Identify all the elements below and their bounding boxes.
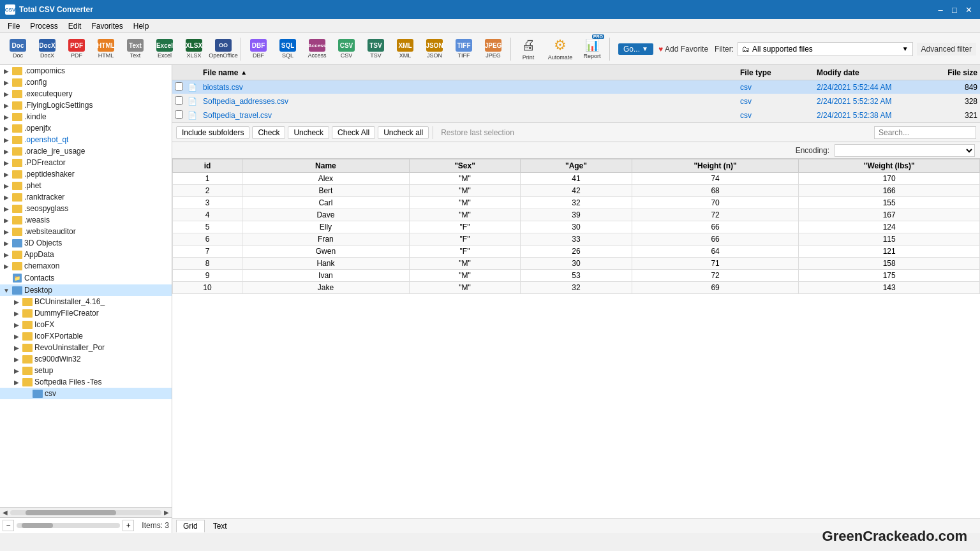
file-name[interactable]: Softpedia_addresses.csv: [200, 97, 738, 106]
tree-node-config[interactable]: ▶ .config: [0, 77, 172, 88]
tool-excel-button[interactable]: Excel Excel: [151, 35, 179, 63]
tree-node-desktop[interactable]: ▼ Desktop: [0, 284, 172, 296]
tool-docx-button[interactable]: DocX DocX: [33, 35, 61, 63]
json-icon: JSON: [426, 39, 443, 52]
zoom-in-button[interactable]: +: [122, 520, 134, 531]
header-filename[interactable]: File name ▲: [200, 68, 738, 77]
tree-node-executequery[interactable]: ▶ .executequery: [0, 88, 172, 99]
menu-favorites[interactable]: Favorites: [86, 20, 128, 32]
search-input[interactable]: [874, 126, 976, 139]
tab-text[interactable]: Text: [206, 520, 234, 533]
close-button[interactable]: ✕: [962, 3, 975, 16]
restore-selection-link[interactable]: Restore last selection: [437, 127, 518, 138]
tree-node-phet[interactable]: ▶ .phet: [0, 180, 172, 191]
tool-xlsx-button[interactable]: XLSX XLSX: [180, 35, 208, 63]
tree-node-csv[interactable]: ▶ csv: [0, 388, 172, 399]
tree-node-websiteauditor[interactable]: ▶ .websiteauditor: [0, 226, 172, 237]
zoom-thumb[interactable]: [22, 523, 53, 528]
file-checkbox[interactable]: [175, 96, 183, 105]
include-subfolders-button[interactable]: Include subfolders: [176, 126, 249, 139]
zoom-out-button[interactable]: −: [3, 520, 14, 531]
tree-node-softpedia[interactable]: ▶ Softpedia Files -Tes: [0, 376, 172, 388]
tool-jpeg-button[interactable]: JPEG JPEG: [479, 35, 507, 63]
tree-node-dummyfilecreator[interactable]: ▶ DummyFileCreator: [0, 307, 172, 319]
tree-node-seospyglass[interactable]: ▶ .seospyglass: [0, 203, 172, 214]
tree-node-compomics[interactable]: ▶ .compomics: [0, 65, 172, 77]
folder-icon: [33, 390, 43, 398]
tree-label: IcoFX: [34, 320, 54, 329]
tree-node-flyinglogic[interactable]: ▶ .FlyingLogicSettings: [0, 99, 172, 111]
tool-doc-button[interactable]: Doc Doc: [4, 35, 32, 63]
tree-node-revouninstaller[interactable]: ▶ RevoUninstaller_Por: [0, 342, 172, 353]
scroll-left-button[interactable]: ◀: [3, 509, 8, 516]
add-favorite-button[interactable]: ♥ Add Favorite: [658, 45, 708, 54]
go-button[interactable]: Go... ▼: [618, 43, 653, 55]
file-name[interactable]: biostats.csv: [200, 83, 738, 92]
report-button[interactable]: PRO 📊 Report: [578, 35, 606, 63]
tool-sql-button[interactable]: SQL SQL: [274, 35, 302, 63]
tree-node-weasis[interactable]: ▶ .weasis: [0, 214, 172, 226]
encoding-select[interactable]: [835, 144, 975, 157]
tree-node-openshot[interactable]: ▶ .openshot_qt: [0, 134, 172, 145]
encoding-label: Encoding:: [796, 146, 829, 155]
tool-xml-button[interactable]: XML XML: [391, 35, 419, 63]
tree-node-setup[interactable]: ▶ setup: [0, 365, 172, 376]
folder-icon: [12, 147, 22, 156]
header-filetype[interactable]: File type: [738, 68, 814, 77]
filter-select[interactable]: 🗂 All supported files ▼: [738, 42, 913, 56]
tree-node-kindle[interactable]: ▶ .kindle: [0, 111, 172, 122]
file-row[interactable]: 📄 Softpedia_addresses.csv csv 2/24/2021 …: [172, 94, 980, 108]
advanced-filter-button[interactable]: Advanced filter: [917, 43, 976, 55]
menu-help[interactable]: Help: [128, 20, 154, 32]
tool-tiff-button[interactable]: TIFF TIFF: [450, 35, 478, 63]
filter-label: Filter:: [715, 45, 734, 54]
file-row[interactable]: 📄 Softpedia_travel.csv csv 2/24/2021 5:5…: [172, 108, 980, 122]
preview-table: id Name "Sex" "Age" "Height (n)" "Weight…: [172, 159, 980, 294]
tree-node-openjfx[interactable]: ▶ .openjfx: [0, 122, 172, 134]
table-cell: "M": [409, 173, 520, 185]
uncheck-all-button[interactable]: Uncheck all: [378, 126, 429, 139]
tool-tsv-button[interactable]: TSV TSV: [362, 35, 390, 63]
maximize-button[interactable]: □: [948, 3, 961, 16]
tree-node-pdfreactor[interactable]: ▶ .PDFreactor: [0, 157, 172, 168]
tree-node-3d-objects[interactable]: ▶ 3D Objects: [0, 237, 172, 249]
folder-tree-panel: ▶ .compomics ▶ .config ▶ .executequery ▶…: [0, 65, 172, 533]
tool-html-button[interactable]: HTML HTML: [92, 35, 120, 63]
header-filesize[interactable]: File size: [929, 68, 980, 77]
uncheck-button[interactable]: Uncheck: [288, 126, 329, 139]
tree-node-chemaxon[interactable]: ▶ chemaxon: [0, 260, 172, 272]
tree-node-oracle[interactable]: ▶ .oracle_jre_usage: [0, 145, 172, 157]
tree-node-icofx[interactable]: ▶ IcoFX: [0, 319, 172, 330]
tool-text-button[interactable]: Text Text: [121, 35, 149, 63]
tool-json-button[interactable]: JSON JSON: [420, 35, 449, 63]
file-name[interactable]: Softpedia_travel.csv: [200, 111, 738, 120]
tool-dbf-button[interactable]: DBF DBF: [244, 35, 272, 63]
tree-node-bcuninstaller[interactable]: ▶ BCUninstaller_4.16_: [0, 296, 172, 307]
menu-file[interactable]: File: [3, 20, 25, 32]
tree-node-ranktracker[interactable]: ▶ .ranktracker: [0, 191, 172, 203]
check-all-button[interactable]: Check All: [332, 126, 375, 139]
tool-oo-button[interactable]: OO OpenOffice: [209, 35, 237, 63]
file-checkbox[interactable]: [175, 82, 183, 91]
tree-node-sc900dwin32[interactable]: ▶ sc900dWin32: [0, 353, 172, 365]
tree-node-contacts[interactable]: ▶ 📁 Contacts: [0, 272, 172, 284]
file-checkbox[interactable]: [175, 110, 183, 119]
menu-process[interactable]: Process: [25, 20, 63, 32]
tool-csv-button[interactable]: CSV CSV: [332, 35, 360, 63]
tool-access-button[interactable]: Access Access: [303, 35, 331, 63]
tree-node-icofxportable[interactable]: ▶ IcoFXPortable: [0, 330, 172, 342]
header-modifydate[interactable]: Modify date: [814, 68, 929, 77]
scroll-right-button[interactable]: ▶: [164, 509, 169, 516]
tree-node-appdata[interactable]: ▶ AppData: [0, 249, 172, 260]
table-cell: 69: [632, 282, 799, 294]
tool-pdf-button[interactable]: PDF PDF: [63, 35, 91, 63]
file-row[interactable]: 📄 biostats.csv csv 2/24/2021 5:52:44 AM …: [172, 80, 980, 94]
automate-button[interactable]: ⚙ Automate: [544, 35, 577, 63]
print-button[interactable]: 🖨 Print: [514, 35, 542, 63]
minimize-button[interactable]: –: [934, 3, 947, 16]
check-button[interactable]: Check: [252, 126, 285, 139]
tree-node-peptideshaker[interactable]: ▶ .peptideshaker: [0, 168, 172, 180]
tab-grid[interactable]: Grid: [176, 520, 205, 533]
menu-edit[interactable]: Edit: [63, 20, 87, 32]
scroll-thumb[interactable]: [26, 510, 116, 515]
